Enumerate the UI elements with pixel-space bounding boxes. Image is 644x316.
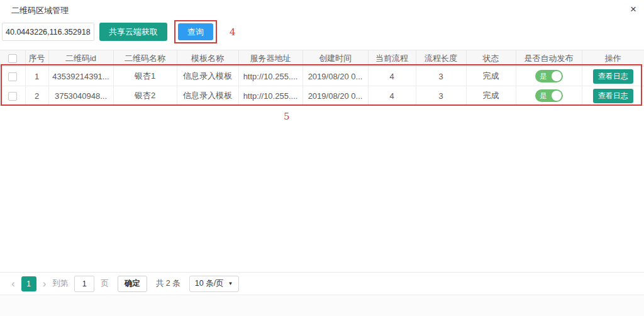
- auto-publish-toggle[interactable]: 是: [535, 70, 563, 82]
- chevron-down-icon: ▼: [228, 281, 233, 286]
- view-log-button[interactable]: 查看日志: [593, 89, 633, 103]
- row-checkbox[interactable]: [8, 92, 17, 101]
- col-index: 序号: [25, 50, 48, 67]
- toggle-label: 是: [540, 91, 547, 101]
- close-icon[interactable]: ×: [630, 3, 636, 16]
- cell-created: 2019/08/20 0...: [303, 67, 368, 86]
- page-background: [0, 295, 644, 316]
- col-status: 状态: [466, 50, 516, 67]
- col-qr-id: 二维码id: [48, 50, 113, 67]
- cell-qr-name: 银杏1: [113, 67, 177, 86]
- cell-qr-name: 银杏2: [113, 86, 177, 106]
- cell-server: http://10.255....: [238, 86, 303, 106]
- table-row: 2 3753040948... 银杏2 信息录入模板 http://10.255…: [0, 86, 644, 106]
- cell-flow-length: 3: [416, 86, 466, 106]
- cell-current-flow: 4: [368, 67, 416, 86]
- auto-publish-toggle[interactable]: 是: [535, 89, 563, 102]
- annotation-5: 5: [284, 111, 290, 122]
- page-size-select[interactable]: 10 条/页 ▼: [189, 276, 239, 292]
- annotation-4: 4: [230, 26, 236, 38]
- qr-table: 序号 二维码id 二维码名称 模板名称 服务器地址 创建时间 当前流程 流程长度…: [0, 50, 644, 106]
- cell-status: 完成: [466, 67, 516, 86]
- select-all-checkbox[interactable]: [8, 54, 17, 63]
- col-flow-length: 流程长度: [416, 50, 466, 67]
- table-row: 1 43539214391... 银杏1 信息录入模板 http://10.25…: [0, 67, 644, 86]
- prev-page-icon[interactable]: ‹: [9, 276, 18, 291]
- cell-qr-id: 43539214391...: [48, 67, 113, 86]
- cell-index: 2: [25, 86, 48, 106]
- col-template: 模板名称: [177, 50, 238, 67]
- cell-qr-id: 3753040948...: [48, 86, 113, 106]
- cell-created: 2019/08/20 0...: [303, 86, 368, 106]
- cell-template: 信息录入模板: [177, 67, 238, 86]
- next-page-icon[interactable]: ›: [40, 276, 49, 291]
- page-title: 二维码区域管理: [11, 5, 69, 16]
- page-unit-label: 页: [101, 278, 109, 289]
- cell-flow-length: 3: [416, 67, 466, 86]
- table-header-row: 序号 二维码id 二维码名称 模板名称 服务器地址 创建时间 当前流程 流程长度…: [0, 50, 644, 67]
- page-1-button[interactable]: 1: [21, 276, 36, 291]
- col-auto-publish: 是否自动发布: [516, 50, 582, 67]
- cell-template: 信息录入模板: [177, 86, 238, 106]
- toolbar: 共享云端获取 查询 4: [2, 20, 236, 43]
- col-server: 服务器地址: [238, 50, 303, 67]
- pagination-divider: [0, 272, 644, 273]
- shared-cloud-fetch-button[interactable]: 共享云端获取: [99, 23, 167, 41]
- cell-server: http://10.255....: [238, 67, 303, 86]
- view-log-button[interactable]: 查看日志: [593, 69, 633, 84]
- coordinates-input[interactable]: [2, 23, 94, 41]
- toggle-label: 是: [540, 72, 547, 81]
- col-current-flow: 当前流程: [368, 50, 416, 67]
- col-created: 创建时间: [303, 50, 368, 67]
- toggle-knob-icon: [552, 71, 562, 81]
- total-count-label: 共 2 条: [156, 278, 180, 289]
- row-checkbox[interactable]: [8, 72, 17, 81]
- pagination: ‹ 1 › 到第 页 确定 共 2 条 10 条/页 ▼: [9, 275, 239, 292]
- col-qr-name: 二维码名称: [113, 50, 177, 67]
- cell-index: 1: [25, 67, 48, 86]
- confirm-button[interactable]: 确定: [118, 276, 147, 292]
- col-actions: 操作: [582, 50, 644, 67]
- toggle-knob-icon: [552, 91, 562, 101]
- goto-label: 到第: [52, 278, 68, 289]
- goto-page-input[interactable]: [74, 276, 94, 292]
- query-button[interactable]: 查询: [178, 23, 213, 40]
- query-highlight-box: 查询: [174, 20, 217, 43]
- cell-current-flow: 4: [368, 86, 416, 106]
- cell-status: 完成: [466, 86, 516, 106]
- page-size-value: 10 条/页: [195, 278, 224, 289]
